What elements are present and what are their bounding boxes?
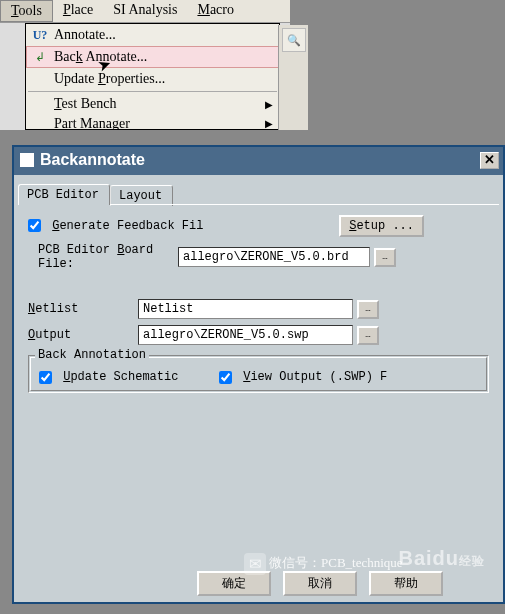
toolbar-fragment: 🔍 (278, 25, 308, 130)
toolbar-button[interactable]: 🔍 (282, 28, 306, 52)
back-annotation-group: Back Annotation Update Schematic View Ou… (28, 355, 489, 393)
menu-item-label: Test Bench (54, 96, 265, 112)
submenu-arrow-icon: ▶ (265, 118, 273, 129)
close-button[interactable]: ✕ (480, 152, 499, 169)
help-button[interactable]: 帮助 (369, 571, 443, 596)
output-label: Output (28, 328, 138, 342)
menu-si-analysis[interactable]: SI Analysis (103, 0, 187, 22)
checkbox-label: View Output (.SWP) F (243, 370, 387, 384)
annotate-icon: U? (32, 27, 48, 43)
blank-icon (32, 71, 48, 87)
browse-output-button[interactable]: … (357, 326, 379, 345)
backannotate-dialog: Backannotate ✕ PCB Editor Layout Generat… (12, 145, 505, 604)
netlist-input[interactable] (138, 299, 353, 319)
menu-place[interactable]: Place (53, 0, 103, 22)
board-file-label: PCB Editor Board File: (38, 243, 178, 271)
blank-icon (32, 116, 48, 130)
menu-item-label: Back Annotate... (54, 49, 273, 65)
view-output-checkbox[interactable] (219, 371, 232, 384)
titlebar: Backannotate ✕ (14, 147, 503, 175)
groupbox-title: Back Annotation (35, 348, 149, 362)
generate-feedback-checkbox-label[interactable]: Generate Feedback Fil (28, 219, 203, 233)
dialog-title: Backannotate (40, 151, 145, 169)
tab-panel: Generate Feedback Fil Setup ... PCB Edit… (18, 204, 499, 579)
menubar: Tools Place SI Analysis Macro (0, 0, 290, 23)
menu-item-label: Part Manager (54, 116, 265, 130)
back-annotate-icon: ↲ (32, 49, 48, 65)
menu-macro[interactable]: Macro (187, 0, 244, 22)
menu-part-manager[interactable]: Part Manager ▶ (26, 115, 279, 129)
setup-button[interactable]: Setup ... (339, 215, 424, 237)
update-schematic-checkbox-label[interactable]: Update Schematic (39, 370, 219, 384)
menu-separator (28, 91, 277, 92)
netlist-label: Netlist (28, 302, 138, 316)
menu-test-bench[interactable]: Test Bench ▶ (26, 93, 279, 115)
tools-dropdown: U? Annotate... ↲ Back Annotate... Update… (25, 23, 280, 130)
cancel-button[interactable]: 取消 (283, 571, 357, 596)
checkbox-label: Generate Feedback Fil (52, 219, 203, 233)
menu-back-annotate[interactable]: ↲ Back Annotate... (26, 46, 279, 68)
submenu-arrow-icon: ▶ (265, 99, 273, 110)
browse-netlist-button[interactable]: … (357, 300, 379, 319)
menu-update-properties[interactable]: Update Properties... (26, 68, 279, 90)
menu-tools[interactable]: Tools (0, 0, 53, 22)
tab-pcb-editor[interactable]: PCB Editor (18, 184, 110, 205)
tab-layout[interactable]: Layout (110, 185, 173, 206)
menu-item-label: Update Properties... (54, 71, 273, 87)
dialog-icon (20, 153, 34, 167)
tabstrip: PCB Editor Layout (14, 175, 503, 204)
ok-button[interactable]: 确定 (197, 571, 271, 596)
checkbox-label: Update Schematic (63, 370, 178, 384)
view-output-checkbox-label[interactable]: View Output (.SWP) F (219, 370, 387, 384)
dialog-button-row: 确定 取消 帮助 (197, 571, 443, 596)
board-file-input[interactable] (178, 247, 370, 267)
update-schematic-checkbox[interactable] (39, 371, 52, 384)
blank-icon (32, 96, 48, 112)
menu-item-label: Annotate... (54, 27, 273, 43)
menu-annotate[interactable]: U? Annotate... (26, 24, 279, 46)
generate-feedback-checkbox[interactable] (28, 219, 41, 232)
output-input[interactable] (138, 325, 353, 345)
browse-board-button[interactable]: … (374, 248, 396, 267)
